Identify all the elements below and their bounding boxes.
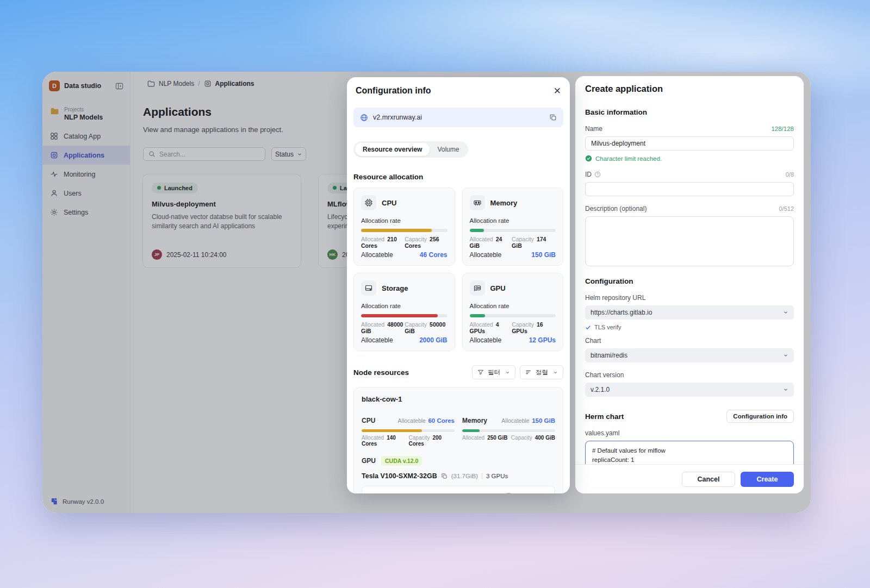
id-field[interactable]	[585, 182, 794, 196]
globe-icon	[360, 114, 368, 122]
check-circle-icon	[585, 155, 592, 162]
gpu-memory: (31.7GiB)	[451, 473, 478, 479]
cpu-icon	[361, 195, 376, 210]
name-field[interactable]: Milvus-deployment	[585, 136, 794, 151]
gpu-allocatable-value: 12 GPUs	[529, 336, 556, 344]
storage-allocation-bar	[361, 314, 448, 317]
resource-name: Memory	[490, 199, 518, 207]
allocation-rate-label: Allocation rate	[470, 303, 556, 309]
cancel-button[interactable]: Cancel	[682, 472, 735, 487]
description-field[interactable]	[585, 216, 794, 266]
configuration-heading: Configuration	[585, 277, 794, 285]
resource-card-memory: Memory Allocation rate Allocated24 GiBCa…	[462, 187, 564, 266]
chevron-down-icon	[783, 387, 788, 392]
helm-url-value: https://charts.gitlab.io	[591, 309, 652, 316]
chart-version-select[interactable]: v.2.1.0	[585, 383, 794, 397]
copy-icon[interactable]	[506, 492, 513, 493]
memory-icon	[470, 195, 485, 210]
description-char-count: 0/512	[779, 205, 794, 212]
close-icon[interactable]: ✕	[554, 86, 561, 96]
app-window: D Data studio Projects NLP Models Catalo…	[42, 72, 811, 513]
chart-label: Chart	[585, 337, 601, 345]
funnel-icon	[477, 369, 484, 376]
tls-verify-label: TLS verify	[594, 324, 622, 330]
name-value: Milvus-deployment	[591, 140, 645, 147]
tab-resource-overview[interactable]: Resource overview	[355, 143, 430, 156]
herm-chart-heading: Herm chart	[585, 412, 624, 421]
id-label: ID	[585, 171, 601, 178]
description-label: Description (optional)	[585, 205, 647, 212]
name-char-count: 128/128	[771, 126, 794, 132]
values-yaml-label: values.yaml	[585, 429, 619, 437]
filter-dropdown[interactable]: 필터	[472, 365, 515, 379]
chart-value: bitnami/redis	[591, 352, 627, 359]
helm-url-select[interactable]: https://charts.gitlab.io	[585, 305, 794, 320]
create-application-panel: Create application Basic information Nam…	[575, 76, 804, 493]
copy-icon[interactable]	[441, 473, 448, 479]
allocation-rate-label: Allocation rate	[361, 217, 448, 224]
allocation-rate-label: Allocation rate	[361, 303, 448, 309]
panel-footer: Cancel Create	[575, 464, 804, 493]
gpu-count: 3 GPUs	[486, 473, 508, 479]
memory-allocation-bar	[470, 229, 556, 232]
sort-icon	[525, 369, 532, 376]
cuda-version-badge: CUDA v.12.0	[381, 456, 422, 466]
chevron-down-icon	[783, 310, 788, 315]
check-icon[interactable]	[585, 324, 591, 330]
node-resources-heading: Node resources	[353, 368, 409, 377]
sort-label: 정렬	[536, 368, 548, 377]
cpu-allocatable-value: 46 Cores	[420, 251, 448, 259]
resource-allocation-heading: Resource allocation	[353, 173, 563, 181]
divider	[482, 473, 482, 479]
node-memory-bar	[462, 429, 555, 432]
resource-card-storage: Storage Allocation rate Allocated48000 G…	[353, 273, 455, 351]
application-url: v2.mrxrunway.ai	[373, 114, 544, 121]
resource-card-cpu: CPU Allocation rate Allocated210 CoresCa…	[353, 187, 455, 266]
cpu-allocation-bar	[361, 229, 448, 232]
help-icon[interactable]	[594, 171, 601, 178]
resource-name: Storage	[382, 284, 408, 292]
memory-allocatable-value: 150 GiB	[531, 251, 556, 259]
chevron-down-icon	[553, 370, 558, 375]
modal-title: Configuration info	[356, 86, 431, 96]
configuration-info-button[interactable]: Configuration info	[726, 410, 794, 423]
node-card-black-cow-1: black-cow-1 CPUAllocateble 60 Cores Allo…	[353, 387, 563, 493]
configuration-info-modal: Configuration info ✕ v2.mrxrunway.ai Res…	[347, 77, 570, 493]
id-char-count: 0/8	[786, 171, 794, 178]
node-cpu-bar	[362, 429, 455, 432]
application-url-bar: v2.mrxrunway.ai	[353, 108, 563, 127]
gpu-icon	[470, 280, 485, 296]
gpu-detail-card: GPU-2e915f02-6b3a-4f9e-8c1d-7a5b3c2d1e0f…	[362, 486, 555, 493]
gpu-model-name: Tesla V100-SXM2-32GB	[362, 472, 437, 480]
node-memory-column: MemoryAllocateble 150 GiB Allocated250 G…	[462, 415, 555, 447]
create-button[interactable]: Create	[741, 472, 794, 487]
storage-icon	[361, 280, 376, 296]
resource-grid: CPU Allocation rate Allocated210 CoresCa…	[353, 187, 563, 351]
resource-name: GPU	[490, 284, 506, 292]
filter-label: 필터	[488, 368, 500, 377]
node-name: black-cow-1	[362, 395, 555, 403]
resource-card-gpu: GPU Allocation rate Allocated4 GPUsCapac…	[462, 273, 564, 351]
helm-url-label: Helm repository URL	[585, 294, 645, 302]
node-cpu-column: CPUAllocateble 60 Cores Allocated140 Cor…	[362, 415, 455, 447]
basic-information-heading: Basic information	[585, 108, 794, 116]
char-limit-message: Character limit reached.	[595, 155, 662, 162]
panel-title: Create application	[585, 84, 794, 94]
chart-version-value: v.2.1.0	[591, 386, 610, 393]
name-label: Name	[585, 125, 602, 133]
copy-icon[interactable]	[549, 114, 557, 121]
gpu-section-label: GPU	[362, 457, 376, 465]
gpu-allocation-bar	[470, 314, 556, 317]
sort-dropdown[interactable]: 정렬	[520, 365, 563, 379]
resource-name: CPU	[382, 199, 396, 207]
allocation-rate-label: Allocation rate	[470, 217, 556, 224]
modal-tabs: Resource overview Volume	[353, 141, 468, 158]
chevron-down-icon	[783, 353, 788, 358]
chart-version-label: Chart version	[585, 371, 624, 379]
gpu-uuid: GPU-2e915f02-6b3a-4f9e-8c1d-7a5b3c2d1e0f	[369, 493, 501, 494]
chart-select[interactable]: bitnami/redis	[585, 348, 794, 362]
chevron-down-icon	[505, 370, 510, 375]
storage-allocatable-value: 2000 GiB	[419, 336, 447, 344]
tab-volume[interactable]: Volume	[430, 143, 467, 156]
